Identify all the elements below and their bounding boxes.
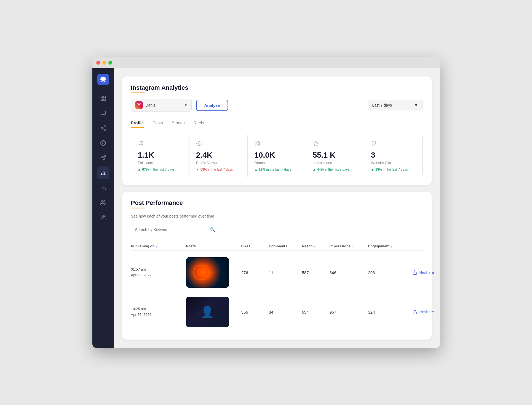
comments-sort-icon: ↑	[288, 245, 290, 248]
tab-profile[interactable]: Profile	[131, 118, 144, 128]
down-arrow-icon: ▼	[196, 168, 199, 171]
reach-2: 654	[302, 310, 330, 314]
actions-1: Reshare	[412, 270, 434, 275]
svg-rect-4	[103, 99, 105, 100]
sidebar-item-docs[interactable]	[97, 211, 109, 224]
download-icon	[100, 185, 106, 191]
post-thumbnail-2[interactable]	[186, 297, 229, 327]
search-input[interactable]	[135, 227, 207, 232]
account-name: Daniel	[146, 103, 181, 107]
tab-stories[interactable]: Stories	[172, 118, 185, 128]
megaphone-icon	[100, 155, 106, 161]
sidebar-item-dashboard[interactable]	[97, 92, 109, 105]
sidebar-item-messages[interactable]	[97, 107, 109, 120]
header-engagement[interactable]: Engagement ↑	[368, 244, 412, 248]
svg-line-12	[101, 141, 102, 142]
account-selector[interactable]: Daniel ▼	[131, 99, 192, 112]
header-impressions[interactable]: Impressions ↑	[330, 244, 368, 248]
header-likes[interactable]: Likes ↑	[241, 244, 269, 248]
svg-point-36	[205, 270, 210, 275]
svg-point-7	[104, 129, 105, 131]
reshare-button-2[interactable]: Reshare	[412, 309, 434, 314]
date-range-selector[interactable]: Last 7 days ▼	[368, 100, 423, 110]
header-reach[interactable]: Reach ↑	[302, 244, 330, 248]
table-row: 10:25 am Apr 25, 2022 356 34 654 967 324	[131, 292, 423, 332]
reach-sort-icon: ↑	[314, 245, 316, 248]
sidebar-item-network[interactable]	[97, 122, 109, 134]
followers-change: ▲ 67% in the last 7 days	[138, 168, 183, 171]
stat-reach: 10.0K Reach ▲ 28% in the last 7 days	[248, 135, 306, 177]
publishing-on-sort-icon: ↓	[156, 245, 157, 248]
table-header: Publishing on ↓ Posts Likes ↑ Comments	[131, 242, 423, 251]
search-box[interactable]: 🔍	[131, 224, 219, 235]
profile-tabs: Profile Posts Stories Reels	[131, 118, 423, 128]
svg-point-25	[198, 143, 200, 144]
website-clicks-label: Website Clicks	[371, 161, 416, 165]
svg-rect-1	[101, 96, 102, 98]
sidebar-item-support[interactable]	[97, 137, 109, 149]
svg-rect-3	[101, 99, 102, 100]
header-comments[interactable]: Comments ↑	[269, 244, 302, 248]
reshare-button-1[interactable]: Reshare	[412, 270, 434, 275]
post-performance-title: Post Performance	[131, 199, 423, 207]
support-icon	[100, 140, 106, 146]
sidebar-logo[interactable]	[97, 74, 109, 85]
up-arrow-icon: ▲	[138, 168, 141, 171]
search-icon: 🔍	[210, 227, 215, 232]
table-row: 01:57 am Apr 08, 2022	[131, 253, 423, 292]
likes-sort-icon: ↑	[252, 245, 253, 248]
sidebar	[92, 68, 114, 348]
header-publishing-on[interactable]: Publishing on ↓	[131, 244, 186, 248]
minimize-button[interactable]	[102, 61, 106, 65]
profile-views-icon	[196, 141, 241, 148]
impressions-sort-icon: ↑	[352, 245, 353, 248]
stat-impressions: 55.1 K Impressions ▲ 44% in the last 7 d…	[306, 135, 364, 177]
engagement-sort-icon: ↑	[391, 245, 392, 248]
website-clicks-up-arrow-icon: ▲	[371, 168, 374, 171]
sidebar-item-download[interactable]	[97, 181, 109, 194]
website-clicks-icon	[371, 141, 416, 148]
svg-point-5	[104, 126, 105, 127]
instagram-icon	[135, 101, 143, 109]
maximize-button[interactable]	[108, 61, 112, 65]
stat-profile-views: 2.4K Profile Views ▼ 58% in the last 7 d…	[189, 135, 247, 177]
impressions-2: 967	[330, 310, 368, 314]
stats-grid: 1.1K Followers ▲ 67% in the last 7 days	[131, 135, 423, 177]
svg-point-28	[255, 141, 260, 146]
impressions-icon	[313, 141, 357, 148]
reach-label: Reach	[254, 161, 299, 165]
followers-icon	[138, 141, 183, 148]
post-thumbnail-1[interactable]	[186, 257, 229, 288]
comments-2: 34	[269, 310, 302, 314]
profile-views-value: 2.4K	[196, 151, 241, 160]
engagement-2: 324	[368, 310, 412, 314]
post-performance-card: Post Performance See how each of your po…	[122, 192, 432, 340]
svg-point-24	[140, 141, 142, 143]
tab-posts[interactable]: Posts	[153, 118, 163, 128]
svg-line-14	[104, 141, 105, 142]
tab-reels[interactable]: Reels	[193, 118, 204, 128]
actions-2: Reshare	[412, 309, 434, 314]
reach-value: 10.0K	[254, 151, 299, 160]
close-button[interactable]	[96, 61, 100, 65]
main-content: Instagram Analytics Daniel ▼	[114, 68, 440, 348]
title-bar	[92, 57, 440, 68]
analyze-button[interactable]: Analyze	[196, 100, 228, 111]
date-range-value: Last 7 days	[372, 103, 392, 107]
impressions-up-arrow-icon: ▲	[313, 168, 316, 171]
impressions-change: ▲ 44% in the last 7 days	[313, 168, 357, 171]
sidebar-item-analytics[interactable]	[97, 166, 109, 179]
date-range-chevron-icon: ▼	[414, 103, 418, 107]
impressions-label: Impressions	[313, 161, 357, 165]
analytics-title-underline	[131, 92, 145, 93]
profile-views-change: ▼ 58% in the last 7 days	[196, 168, 241, 171]
svg-point-27	[256, 142, 259, 145]
sidebar-item-broadcast[interactable]	[97, 152, 109, 164]
reach-icon	[254, 141, 299, 148]
instagram-analytics-card: Instagram Analytics Daniel ▼	[122, 76, 432, 185]
website-clicks-value: 3	[371, 151, 416, 160]
sidebar-item-team[interactable]	[97, 196, 109, 209]
stat-website-clicks: 3 Website Clicks ▲ 18% in the last 7 day…	[364, 135, 422, 177]
analytics-title: Instagram Analytics	[131, 84, 423, 91]
comments-1: 11	[269, 270, 302, 275]
